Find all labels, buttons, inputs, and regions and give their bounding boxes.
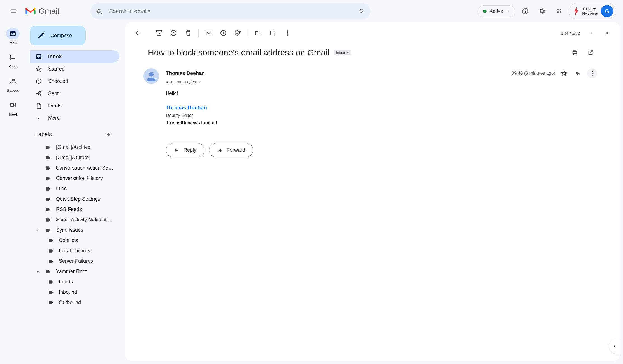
label-item[interactable]: Social Activity Notificati... bbox=[30, 215, 119, 225]
main-menu-button[interactable] bbox=[7, 4, 20, 18]
nav-label: Starred bbox=[48, 66, 65, 72]
settings-button[interactable] bbox=[535, 4, 549, 18]
next-button[interactable] bbox=[601, 26, 614, 40]
reply-icon-button[interactable] bbox=[573, 68, 583, 78]
svg-point-10 bbox=[287, 34, 288, 36]
svg-point-8 bbox=[287, 30, 288, 32]
status-chip[interactable]: Active bbox=[478, 5, 515, 17]
gmail-logo[interactable]: Gmail bbox=[25, 7, 59, 16]
snooze-button[interactable] bbox=[217, 26, 230, 40]
side-panel-toggle[interactable] bbox=[609, 338, 620, 354]
popout-button[interactable] bbox=[584, 46, 597, 59]
prev-button[interactable] bbox=[585, 26, 598, 40]
folder-move-icon bbox=[255, 30, 262, 36]
spam-button[interactable] bbox=[167, 26, 180, 40]
move-to-button[interactable] bbox=[252, 26, 265, 40]
rail-item-mail[interactable]: Mail bbox=[6, 28, 20, 45]
label-icon bbox=[48, 300, 54, 306]
divider bbox=[248, 29, 248, 37]
search-icon bbox=[96, 8, 103, 15]
label-item-child[interactable]: Conflicts bbox=[30, 235, 119, 246]
reply-button[interactable]: Reply bbox=[166, 143, 204, 157]
labels-button[interactable] bbox=[266, 26, 280, 40]
label-item[interactable]: [Gmail]/Outbox bbox=[30, 152, 119, 163]
label-item[interactable]: [Gmail]/Archive bbox=[30, 142, 119, 152]
add-task-button[interactable] bbox=[231, 26, 245, 40]
signature-name: Thomas Deehan bbox=[166, 104, 597, 112]
apps-button[interactable] bbox=[552, 4, 566, 18]
labels-title: Labels bbox=[35, 131, 52, 138]
lightning-icon bbox=[573, 7, 579, 15]
label-icon bbox=[48, 279, 54, 285]
label-icon bbox=[45, 145, 51, 150]
search-options-icon[interactable] bbox=[358, 8, 365, 15]
message-counter: 1 of 4,852 bbox=[561, 31, 580, 36]
chevron-down-icon bbox=[36, 270, 40, 274]
label-item[interactable]: Conversation Action Sett... bbox=[30, 163, 119, 173]
support-button[interactable] bbox=[519, 4, 532, 18]
add-label-button[interactable] bbox=[104, 129, 114, 139]
gear-icon bbox=[538, 8, 546, 15]
label-item-child[interactable]: Server Failures bbox=[30, 256, 119, 266]
reply-icon bbox=[174, 147, 180, 153]
message-more-button[interactable] bbox=[587, 68, 597, 78]
print-button[interactable] bbox=[568, 46, 582, 59]
svg-point-12 bbox=[592, 71, 593, 72]
rail-item-spaces[interactable]: Spaces bbox=[6, 76, 20, 93]
reply-actions: Reply Forward bbox=[143, 132, 620, 168]
divider bbox=[198, 29, 199, 37]
archive-button[interactable] bbox=[152, 26, 166, 40]
chevron-down-icon bbox=[36, 228, 40, 232]
message-toolbar: 1 of 4,852 bbox=[125, 22, 620, 44]
body-greeting: Hello! bbox=[166, 90, 597, 97]
rail-item-chat[interactable]: Chat bbox=[6, 52, 20, 69]
label-item[interactable]: Conversation History bbox=[30, 173, 119, 184]
compose-label: Compose bbox=[50, 33, 72, 39]
category-chip[interactable]: Inbox bbox=[334, 50, 351, 55]
star-outline-icon bbox=[561, 70, 567, 76]
chevron-down-icon bbox=[36, 115, 42, 121]
chat-icon bbox=[10, 54, 16, 61]
label-item[interactable]: RSS Feeds bbox=[30, 204, 119, 215]
nav-drafts[interactable]: Drafts bbox=[30, 100, 119, 112]
clock-icon bbox=[36, 78, 42, 84]
label-item-child[interactable]: Outbound bbox=[30, 297, 119, 308]
label-item-expandable[interactable]: Sync Issues bbox=[30, 225, 119, 235]
label-item[interactable]: Files bbox=[30, 184, 119, 194]
nav-snoozed[interactable]: Snoozed bbox=[30, 75, 119, 87]
nav-label: Drafts bbox=[48, 103, 62, 109]
more-vert-icon bbox=[589, 70, 595, 76]
label-item-child[interactable]: Inbound bbox=[30, 287, 119, 297]
svg-point-3 bbox=[11, 79, 13, 81]
label-item-child[interactable]: Local Failures bbox=[30, 246, 119, 256]
more-button[interactable] bbox=[281, 26, 294, 40]
label-icon bbox=[45, 227, 51, 233]
label-item[interactable]: Quick Step Settings bbox=[30, 194, 119, 204]
delete-button[interactable] bbox=[182, 26, 195, 40]
compose-button[interactable]: Compose bbox=[30, 26, 86, 45]
account-avatar[interactable]: G bbox=[601, 5, 613, 17]
forward-button[interactable]: Forward bbox=[209, 143, 253, 157]
star-button[interactable] bbox=[559, 68, 569, 78]
header-right: Active Trusted Reviews G bbox=[478, 3, 616, 19]
nav-more[interactable]: More bbox=[30, 112, 119, 124]
archive-icon bbox=[156, 30, 162, 36]
nav-starred[interactable]: Starred bbox=[30, 63, 119, 75]
back-button[interactable] bbox=[131, 26, 145, 40]
message-body: Hello! Thomas Deehan Deputy Editor Trust… bbox=[166, 90, 597, 126]
reply-icon bbox=[575, 70, 581, 76]
org-chip[interactable]: Trusted Reviews G bbox=[569, 3, 616, 19]
search-input[interactable] bbox=[109, 8, 352, 15]
sender-avatar[interactable] bbox=[143, 68, 159, 84]
label-item-child[interactable]: Feeds bbox=[30, 277, 119, 287]
mark-unread-button[interactable] bbox=[202, 26, 215, 40]
nav-inbox[interactable]: Inbox bbox=[30, 50, 119, 63]
recipient-line[interactable]: to Gemma.ryles bbox=[166, 79, 597, 84]
label-item-expandable[interactable]: Yammer Root bbox=[30, 266, 119, 277]
chevron-left-icon bbox=[612, 344, 617, 348]
rail-item-meet[interactable]: Meet bbox=[6, 99, 20, 116]
search-bar[interactable] bbox=[90, 3, 371, 19]
person-icon bbox=[146, 71, 157, 81]
nav-sent[interactable]: Sent bbox=[30, 87, 119, 100]
chevron-right-icon bbox=[605, 30, 610, 36]
